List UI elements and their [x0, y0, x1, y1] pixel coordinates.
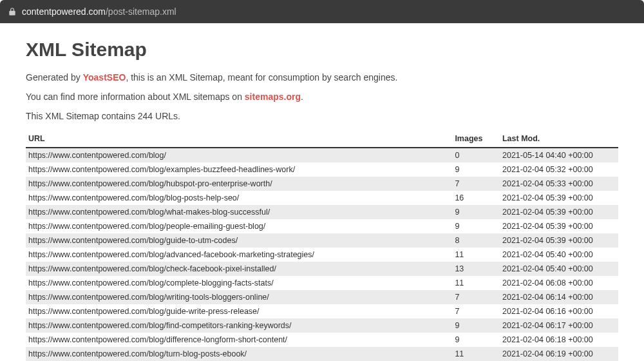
cell-lastmod: 2021-02-04 05:40 +00:00	[500, 248, 618, 262]
cell-url[interactable]: https://www.contentpowered.com/blog/guid…	[26, 233, 452, 248]
cell-url[interactable]: https://www.contentpowered.com/blog/find…	[26, 318, 452, 333]
cell-images: 9	[452, 205, 500, 219]
cell-images: 9	[452, 219, 500, 233]
cell-url[interactable]: https://www.contentpowered.com/blog/	[26, 148, 452, 162]
table-row: https://www.contentpowered.com/blog/guid…	[26, 233, 618, 248]
cell-lastmod: 2021-02-04 05:33 +00:00	[500, 177, 618, 191]
page-content: XML Sitemap Generated by YoastSEO, this …	[0, 23, 644, 361]
table-row: https://www.contentpowered.com/blog/guid…	[26, 304, 618, 318]
cell-images: 7	[452, 177, 500, 191]
cell-images: 11	[452, 276, 500, 290]
cell-lastmod: 2021-02-04 05:39 +00:00	[500, 205, 618, 219]
url-count-line: This XML Sitemap contains 244 URLs.	[26, 111, 618, 121]
cell-lastmod: 2021-02-04 06:19 +00:00	[500, 347, 618, 361]
table-row: https://www.contentpowered.com/blog/adva…	[26, 248, 618, 262]
url-text: contentpowered.com/post-sitemap.xml	[22, 6, 176, 17]
table-row: https://www.contentpowered.com/blog/chec…	[26, 262, 618, 276]
table-row: https://www.contentpowered.com/blog/hubs…	[26, 177, 618, 191]
cell-url[interactable]: https://www.contentpowered.com/blog/blog…	[26, 191, 452, 205]
cell-lastmod: 2021-02-04 05:39 +00:00	[500, 233, 618, 248]
table-row: https://www.contentpowered.com/blog/comp…	[26, 276, 618, 290]
cell-url[interactable]: https://www.contentpowered.com/blog/comp…	[26, 276, 452, 290]
cell-lastmod: 2021-02-04 06:17 +00:00	[500, 318, 618, 333]
cell-lastmod: 2021-02-04 06:18 +00:00	[500, 333, 618, 347]
table-row: https://www.contentpowered.com/blog/find…	[26, 318, 618, 333]
table-row: https://www.contentpowered.com/blog/writ…	[26, 290, 618, 304]
more-info-line: You can find more information about XML …	[26, 92, 618, 102]
cell-lastmod: 2021-05-14 04:40 +00:00	[500, 148, 618, 162]
browser-address-bar[interactable]: contentpowered.com/post-sitemap.xml	[0, 0, 644, 23]
cell-lastmod: 2021-02-04 06:14 +00:00	[500, 290, 618, 304]
lock-icon	[8, 7, 17, 16]
table-row: https://www.contentpowered.com/blog/exam…	[26, 162, 618, 177]
sitemap-table: URL Images Last Mod. https://www.content…	[26, 130, 618, 361]
table-row: https://www.contentpowered.com/blog/0202…	[26, 148, 618, 162]
cell-url[interactable]: https://www.contentpowered.com/blog/chec…	[26, 262, 452, 276]
cell-images: 0	[452, 148, 500, 162]
cell-images: 7	[452, 290, 500, 304]
cell-images: 9	[452, 162, 500, 177]
cell-lastmod: 2021-02-04 06:08 +00:00	[500, 276, 618, 290]
cell-images: 13	[452, 262, 500, 276]
cell-images: 9	[452, 333, 500, 347]
cell-url[interactable]: https://www.contentpowered.com/blog/writ…	[26, 290, 452, 304]
cell-url[interactable]: https://www.contentpowered.com/blog/guid…	[26, 304, 452, 318]
cell-images: 9	[452, 318, 500, 333]
cell-url[interactable]: https://www.contentpowered.com/blog/exam…	[26, 162, 452, 177]
cell-lastmod: 2021-02-04 05:39 +00:00	[500, 219, 618, 233]
cell-lastmod: 2021-02-04 05:32 +00:00	[500, 162, 618, 177]
table-row: https://www.contentpowered.com/blog/peop…	[26, 219, 618, 233]
cell-images: 11	[452, 248, 500, 262]
table-row: https://www.contentpowered.com/blog/turn…	[26, 347, 618, 361]
generated-by-line: Generated by YoastSEO, this is an XML Si…	[26, 72, 618, 83]
yoast-link[interactable]: YoastSEO	[83, 72, 126, 83]
table-row: https://www.contentpowered.com/blog/what…	[26, 205, 618, 219]
cell-lastmod: 2021-02-04 05:39 +00:00	[500, 191, 618, 205]
cell-images: 11	[452, 347, 500, 361]
cell-images: 7	[452, 304, 500, 318]
header-images[interactable]: Images	[452, 130, 500, 148]
cell-url[interactable]: https://www.contentpowered.com/blog/turn…	[26, 347, 452, 361]
page-title: XML Sitemap	[26, 39, 618, 61]
sitemaps-org-link[interactable]: sitemaps.org	[245, 92, 301, 102]
header-url[interactable]: URL	[26, 130, 452, 148]
cell-lastmod: 2021-02-04 06:16 +00:00	[500, 304, 618, 318]
header-lastmod[interactable]: Last Mod.	[500, 130, 618, 148]
table-row: https://www.contentpowered.com/blog/blog…	[26, 191, 618, 205]
cell-url[interactable]: https://www.contentpowered.com/blog/what…	[26, 205, 452, 219]
cell-url[interactable]: https://www.contentpowered.com/blog/peop…	[26, 219, 452, 233]
cell-url[interactable]: https://www.contentpowered.com/blog/adva…	[26, 248, 452, 262]
cell-lastmod: 2021-02-04 05:40 +00:00	[500, 262, 618, 276]
cell-url[interactable]: https://www.contentpowered.com/blog/hubs…	[26, 177, 452, 191]
cell-images: 16	[452, 191, 500, 205]
cell-url[interactable]: https://www.contentpowered.com/blog/diff…	[26, 333, 452, 347]
table-row: https://www.contentpowered.com/blog/diff…	[26, 333, 618, 347]
cell-images: 8	[452, 233, 500, 248]
